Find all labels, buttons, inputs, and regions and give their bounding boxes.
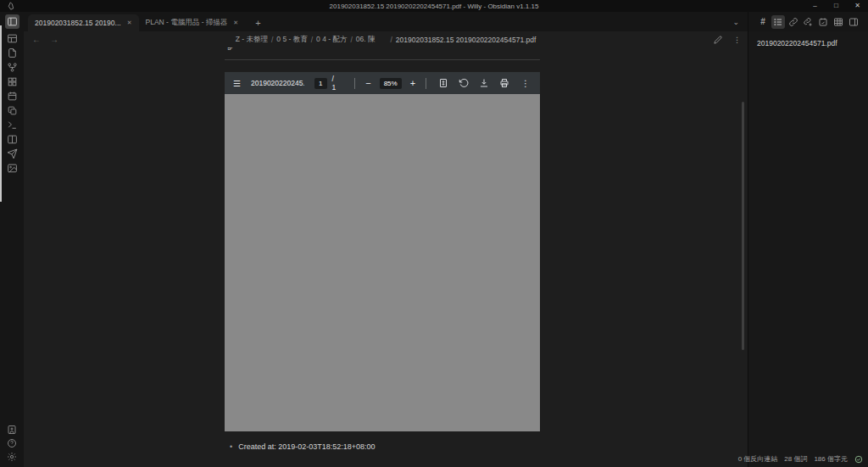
calendar-check-icon[interactable] [816, 15, 830, 29]
edit-pencil-icon[interactable] [714, 36, 722, 44]
tab-close-icon[interactable]: ✕ [127, 19, 132, 26]
minimize-button[interactable]: – [804, 0, 826, 12]
pdf-toolbar-divider [426, 78, 426, 89]
image-icon[interactable] [5, 161, 19, 175]
more-options-icon[interactable]: ⋮ [733, 36, 741, 44]
outgoing-links-icon[interactable] [801, 15, 815, 29]
vertical-scrollbar[interactable] [742, 102, 744, 350]
breadcrumb-segment[interactable]: Z - 未整理 [236, 35, 268, 45]
copy-icon[interactable] [5, 103, 19, 118]
new-note-icon[interactable] [5, 46, 19, 60]
left-edge-highlight [0, 25, 2, 202]
pdf-toolbar: ☰ 2019020220245... 1 / 1 − 85% + [225, 72, 540, 94]
rotate-ccw-icon[interactable] [453, 78, 474, 88]
table-grid-icon[interactable] [832, 15, 845, 29]
history-nav: ← → [32, 36, 58, 44]
obsidian-logo-icon [8, 2, 16, 10]
view-header-actions: ⋮ [714, 36, 741, 44]
workspace: 201902031852.15 20190... ✕ PLAN - 電腦用品 -… [0, 12, 868, 467]
paper-plane-icon[interactable] [5, 147, 19, 161]
pdf-toolbar-right: ⋮ [474, 78, 531, 88]
app-window: 201902031852.15 20190202202454571.pdf - … [0, 0, 868, 467]
zoom-out-button[interactable]: − [362, 79, 374, 88]
main-pane: 201902031852.15 20190... ✕ PLAN - 電腦用品 -… [24, 12, 748, 467]
note-content: g/- ☰ 2019020220245... 1 / 1 − 85% + [225, 47, 540, 451]
pdf-page [225, 94, 540, 431]
download-icon[interactable] [474, 78, 494, 88]
grid-icon[interactable] [5, 75, 19, 89]
panel-left-toggle-icon[interactable] [5, 14, 19, 29]
left-ribbon [0, 12, 24, 467]
tab-label: 201902031852.15 20190... [35, 19, 121, 27]
pdf-doc-title: 2019020220245... [251, 79, 304, 87]
char-count: 186 個字元 [814, 454, 848, 464]
fit-to-page-icon[interactable] [433, 78, 453, 88]
right-sidebar-tabs: # [748, 12, 868, 31]
ribbon-icons [0, 12, 24, 175]
zoom-in-button[interactable]: + [407, 79, 419, 88]
sync-check-icon [854, 455, 863, 464]
created-at-list-item: • Created at: 2019-02-03T18:52:18+08:00 [225, 442, 540, 451]
pdf-page-count: / 1 [332, 75, 340, 92]
bullet-icon: • [230, 442, 232, 451]
calendar-icon[interactable] [5, 89, 19, 103]
word-count: 28 個詞 [784, 454, 807, 464]
tab-bar: 201902031852.15 20190... ✕ PLAN - 電腦用品 -… [24, 12, 748, 31]
breadcrumb: Z - 未整理 / 0 5 - 教育 / 0 4 - 配方 / 06. 陳 / … [236, 35, 537, 45]
help-icon[interactable] [5, 436, 19, 450]
note-view: g/- ☰ 2019020220245... 1 / 1 − 85% + [24, 47, 748, 467]
new-tab-button[interactable]: + [255, 19, 260, 28]
created-at-text: Created at: 2019-02-03T18:52:18+08:00 [238, 442, 375, 451]
tab-list-chevron-down-icon[interactable]: ⌄ [732, 19, 739, 26]
breadcrumb-separator: / [311, 36, 313, 44]
outline-list-icon[interactable] [771, 15, 785, 29]
breadcrumb-segment[interactable]: 0 4 - 配方 [316, 35, 347, 45]
pdf-more-icon[interactable]: ⋮ [515, 79, 531, 88]
print-icon[interactable] [494, 78, 515, 88]
layout-icon[interactable] [5, 132, 19, 147]
tab-pdf-note[interactable]: 201902031852.15 20190... ✕ [28, 14, 139, 31]
maximize-button[interactable]: □ [826, 0, 847, 12]
scrolled-text-sliver: g/- [225, 47, 540, 53]
window-controls: – □ ✕ [804, 0, 868, 12]
content-divider [225, 59, 540, 60]
window-title: 201902031852.15 20190202202454571.pdf - … [0, 3, 868, 10]
pdf-toolbar-divider [354, 78, 355, 89]
graph-icon[interactable] [5, 60, 19, 75]
tab-label: PLAN - 電腦用品 - 掃描器 [146, 18, 228, 28]
right-sidebar: # 20 [748, 12, 868, 467]
linked-file-title[interactable]: 20190202202454571.pdf [748, 31, 868, 47]
vault-switcher-icon[interactable] [5, 423, 19, 436]
forward-arrow-icon[interactable]: → [50, 36, 58, 44]
tab-close-icon[interactable]: ✕ [233, 19, 238, 26]
breadcrumb-segment[interactable]: 06. 陳 [356, 35, 376, 45]
breadcrumb-separator: / [271, 36, 273, 44]
pdf-menu-icon[interactable]: ☰ [233, 79, 241, 88]
breadcrumb-filename[interactable]: 201902031852.15 20190202202454571.pdf [396, 36, 536, 44]
table-icon[interactable] [5, 31, 19, 46]
back-arrow-icon[interactable]: ← [32, 36, 41, 44]
titlebar: 201902031852.15 20190202202454571.pdf - … [0, 0, 868, 12]
backlink-count: 0 個反向連結 [738, 454, 778, 464]
breadcrumb-separator: / [390, 36, 392, 44]
tab-plan-note[interactable]: PLAN - 電腦用品 - 掃描器 ✕ [139, 14, 246, 31]
tags-icon[interactable]: # [756, 15, 770, 29]
zoom-level-input[interactable]: 85% [380, 78, 402, 89]
settings-gear-icon[interactable] [5, 450, 19, 464]
terminal-icon[interactable] [5, 118, 19, 132]
backlinks-icon[interactable] [787, 15, 800, 29]
view-header: ← → Z - 未整理 / 0 5 - 教育 / 0 4 - 配方 / 06. … [24, 31, 748, 47]
close-button[interactable]: ✕ [847, 0, 868, 12]
breadcrumb-segment[interactable]: 0 5 - 教育 [276, 35, 307, 45]
status-bar: 0 個反向連結 28 個詞 186 個字元 [738, 454, 863, 464]
panel-right-toggle-icon[interactable] [847, 15, 860, 29]
pdf-page-input[interactable]: 1 [314, 78, 326, 89]
breadcrumb-separator: / [350, 36, 352, 44]
ribbon-bottom-icons [0, 423, 24, 464]
pdf-embed: ☰ 2019020220245... 1 / 1 − 85% + [225, 72, 540, 431]
